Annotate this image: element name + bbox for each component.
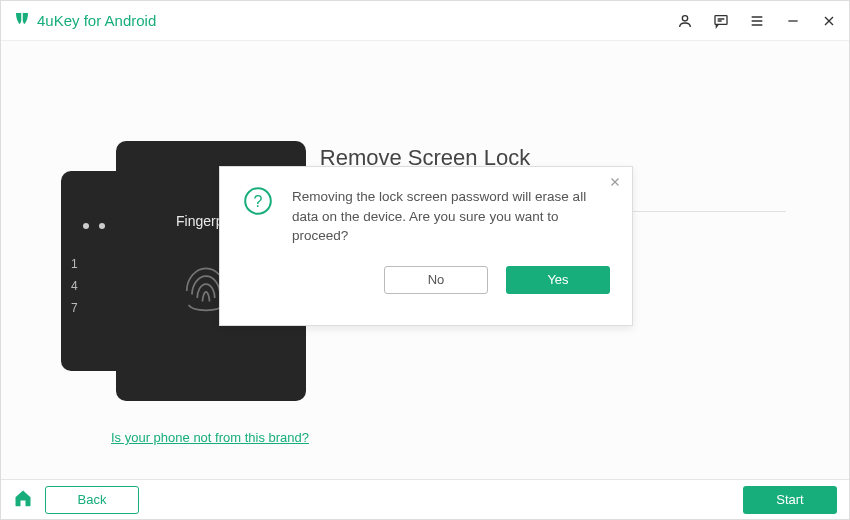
digit: 4 [71,275,78,297]
titlebar-actions [677,13,837,29]
svg-text:?: ? [254,193,263,210]
minimize-icon[interactable] [785,13,801,29]
digit: 7 [71,297,78,319]
brand-question-link[interactable]: Is your phone not from this brand? [111,430,309,445]
feedback-icon[interactable] [713,13,729,29]
app-name: 4uKey for Android [37,12,156,29]
modal-message: Removing the lock screen password will e… [292,185,610,246]
home-icon[interactable] [13,488,33,512]
app-logo: 4uKey for Android [13,10,156,32]
svg-point-0 [682,15,687,20]
svg-rect-1 [715,15,727,24]
confirm-modal: ? Removing the lock screen password will… [219,166,633,326]
back-button[interactable]: Back [45,486,139,514]
footer: Back Start [1,479,849,519]
no-button[interactable]: No [384,266,488,294]
close-window-icon[interactable] [821,13,837,29]
yes-button[interactable]: Yes [506,266,610,294]
keypad-digits: 1 4 7 [71,253,78,319]
pattern-dots [83,223,105,229]
main-content: Remove Screen Lock etc.) when you forgot… [1,41,849,479]
close-icon[interactable] [608,175,622,193]
start-button[interactable]: Start [743,486,837,514]
menu-icon[interactable] [749,13,765,29]
digit: 1 [71,253,78,275]
question-icon: ? [242,185,274,246]
account-icon[interactable] [677,13,693,29]
logo-icon [13,10,31,32]
titlebar: 4uKey for Android [1,1,849,41]
